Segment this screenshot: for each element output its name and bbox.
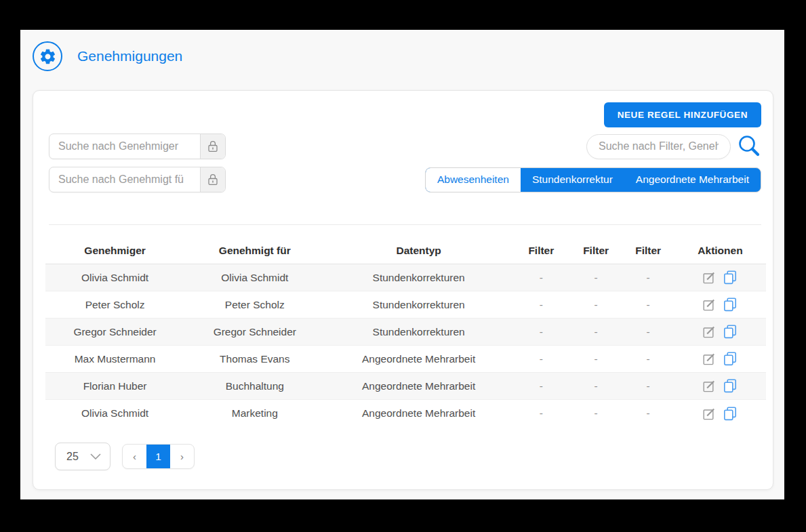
- cell-genehmiger: Olivia Schmidt: [45, 407, 184, 420]
- cell-filter-1: -: [512, 380, 570, 392]
- cell-filter-2: -: [570, 326, 622, 338]
- cell-genehmiger: Olivia Schmidt: [45, 272, 184, 284]
- cell-datentyp: Stundenkorrekturen: [325, 272, 512, 284]
- table-header-row: Genehmiger Genehmigt für Datentyp Filter…: [45, 237, 766, 264]
- column-header-filter-1: Filter: [512, 245, 570, 257]
- edit-icon[interactable]: [703, 380, 716, 392]
- cell-datentyp: Angeordnete Mehrarbeit: [325, 407, 512, 420]
- table-row: Peter Scholz Peter Scholz Stundenkorrekt…: [45, 291, 766, 319]
- cell-filter-1: -: [512, 326, 570, 338]
- cell-filter-1: -: [512, 272, 570, 284]
- cell-filter-3: -: [622, 353, 674, 365]
- cell-filter-2: -: [570, 407, 622, 420]
- cell-genehmigt-fuer: Olivia Schmidt: [184, 272, 325, 284]
- cell-filter-3: -: [622, 407, 674, 420]
- copy-icon[interactable]: [723, 379, 737, 393]
- search-genehmigt-fuer-group: [49, 167, 226, 192]
- cell-genehmigt-fuer: Peter Scholz: [184, 299, 325, 311]
- add-rule-button[interactable]: NEUE REGEL HINZUFÜGEN: [604, 102, 761, 127]
- cell-aktionen: [674, 407, 766, 421]
- per-page-value: 25: [66, 451, 79, 463]
- cell-aktionen: [674, 352, 766, 366]
- column-header-genehmigt-fuer: Genehmigt für: [184, 245, 325, 257]
- cell-genehmiger: Gregor Schneider: [45, 326, 184, 338]
- search-genehmiger-group: [49, 134, 226, 159]
- cell-aktionen: [674, 298, 766, 312]
- copy-icon[interactable]: [723, 352, 737, 366]
- table-row: Olivia Schmidt Olivia Schmidt Stundenkor…: [45, 264, 766, 291]
- edit-icon[interactable]: [703, 298, 716, 311]
- approvals-card: NEUE REGEL HINZUFÜGEN: [33, 90, 773, 490]
- cell-filter-2: -: [570, 272, 622, 284]
- gear-icon: [33, 41, 62, 71]
- lock-icon[interactable]: [200, 134, 225, 159]
- cell-filter-1: -: [512, 407, 570, 420]
- cell-filter-3: -: [622, 380, 674, 392]
- cell-genehmiger: Max Mustermann: [45, 353, 184, 365]
- cell-genehmiger: Peter Scholz: [45, 299, 184, 311]
- cell-genehmiger: Florian Huber: [45, 380, 184, 392]
- cell-filter-1: -: [512, 299, 570, 311]
- approvals-page: Genehmigungen NEUE REGEL HINZUFÜGEN: [20, 30, 784, 499]
- cell-filter-3: -: [622, 299, 674, 311]
- cell-filter-3: -: [622, 272, 674, 284]
- column-header-genehmiger: Genehmiger: [45, 245, 184, 257]
- table-row: Max Mustermann Thomas Evans Angeordnete …: [45, 346, 766, 373]
- tab-stundenkorrektur[interactable]: Stundenkorrektur: [521, 168, 624, 192]
- cell-datentyp: Angeordnete Mehrarbeit: [325, 380, 512, 392]
- toolbar: NEUE REGEL HINZUFÜGEN: [33, 91, 773, 225]
- cell-filter-2: -: [570, 353, 622, 365]
- tab-angeordnete-mehrarbeit[interactable]: Angeordnete Mehrarbeit: [624, 168, 761, 192]
- table-body: Olivia Schmidt Olivia Schmidt Stundenkor…: [45, 264, 766, 427]
- cell-filter-2: -: [570, 299, 622, 311]
- per-page-select[interactable]: 25: [55, 443, 110, 470]
- search-genehmigt-fuer-input[interactable]: [49, 167, 200, 192]
- current-page-button[interactable]: 1: [146, 445, 170, 468]
- cell-datentyp: Angeordnete Mehrarbeit: [325, 353, 512, 365]
- cell-filter-3: -: [622, 326, 674, 338]
- cell-filter-2: -: [570, 380, 622, 392]
- cell-aktionen: [674, 325, 766, 339]
- card-footer: 25 ‹ 1 ›: [55, 443, 773, 470]
- table-row: Olivia Schmidt Marketing Angeordnete Meh…: [45, 400, 766, 427]
- search-genehmiger-input[interactable]: [49, 134, 200, 159]
- page-title: Genehmigungen: [77, 48, 182, 64]
- column-header-aktionen: Aktionen: [674, 245, 766, 257]
- datatype-tabs: Abwesenheiten Stundenkorrektur Angeordne…: [425, 167, 761, 192]
- cell-datentyp: Stundenkorrekturen: [325, 326, 512, 338]
- copy-icon[interactable]: [723, 407, 737, 421]
- chevron-down-icon: [90, 453, 101, 459]
- column-header-filter-3: Filter: [622, 245, 674, 257]
- cell-genehmigt-fuer: Marketing: [184, 407, 325, 420]
- cell-aktionen: [674, 270, 766, 285]
- cell-filter-1: -: [512, 353, 570, 365]
- filter-search-input[interactable]: [586, 134, 731, 159]
- edit-icon[interactable]: [703, 407, 716, 420]
- tab-abwesenheiten[interactable]: Abwesenheiten: [426, 168, 521, 192]
- next-page-button[interactable]: ›: [170, 445, 194, 468]
- copy-icon[interactable]: [723, 298, 737, 312]
- page-header: Genehmigungen: [20, 30, 784, 71]
- cell-datentyp: Stundenkorrekturen: [325, 299, 512, 311]
- lock-icon[interactable]: [200, 167, 225, 192]
- pagination: ‹ 1 ›: [122, 444, 195, 469]
- edit-icon[interactable]: [703, 325, 716, 338]
- column-header-filter-2: Filter: [570, 245, 622, 257]
- copy-icon[interactable]: [723, 270, 737, 285]
- cell-genehmigt-fuer: Buchhaltung: [184, 380, 325, 392]
- search-icon[interactable]: [737, 134, 761, 159]
- table-row: Gregor Schneider Gregor Schneider Stunde…: [45, 319, 766, 346]
- prev-page-button[interactable]: ‹: [123, 445, 146, 468]
- column-header-datentyp: Datentyp: [325, 245, 512, 257]
- cell-aktionen: [674, 379, 766, 393]
- table-row: Florian Huber Buchhaltung Angeordnete Me…: [45, 373, 766, 400]
- edit-icon[interactable]: [703, 271, 716, 284]
- approvals-table: Genehmiger Genehmigt für Datentyp Filter…: [33, 225, 773, 427]
- cell-genehmigt-fuer: Thomas Evans: [184, 353, 325, 365]
- copy-icon[interactable]: [723, 325, 737, 339]
- edit-icon[interactable]: [703, 352, 716, 365]
- cell-genehmigt-fuer: Gregor Schneider: [184, 326, 325, 338]
